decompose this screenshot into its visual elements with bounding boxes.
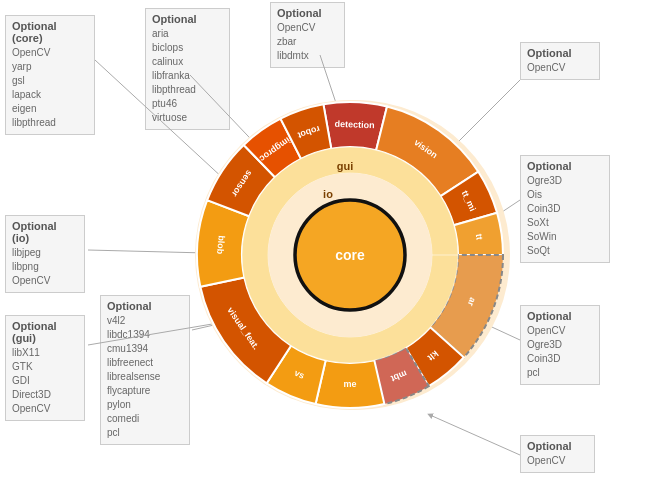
optional-sensor-items: v4l2libdc1394cmu1394libfreenectlibrealse… xyxy=(107,314,183,440)
optional-tt-box: Optional OpenCV xyxy=(520,42,600,80)
optional-mbt-items: OpenCVOgre3DCoin3Dpcl xyxy=(527,324,593,380)
optional-vs-box: Optional OpenCV xyxy=(520,435,595,473)
optional-io-title: Optional(io) xyxy=(12,220,78,244)
optional-gui-title: Optional(gui) xyxy=(12,320,78,344)
optional-core-box: Optional(core) OpenCVyarpgsllapackeigenl… xyxy=(5,15,95,135)
optional-vs-title: Optional xyxy=(527,440,588,452)
optional-robot-title: Optional xyxy=(152,13,223,25)
optional-mbt-box: Optional OpenCVOgre3DCoin3Dpcl xyxy=(520,305,600,385)
optional-sensor-title: Optional xyxy=(107,300,183,312)
chart-canvas xyxy=(185,65,515,435)
optional-sensor-box: Optional v4l2libdc1394cmu1394libfreenect… xyxy=(100,295,190,445)
optional-tt-title: Optional xyxy=(527,47,593,59)
optional-ar-box: Optional Ogre3DOisCoin3DSoXtSoWinSoQt xyxy=(520,155,610,263)
optional-detection-box: Optional OpenCVzbarlibdmtx xyxy=(270,2,345,68)
optional-detection-items: OpenCVzbarlibdmtx xyxy=(277,21,338,63)
optional-ar-title: Optional xyxy=(527,160,603,172)
optional-io-items: libjpeglibpngOpenCV xyxy=(12,246,78,288)
optional-detection-title: Optional xyxy=(277,7,338,19)
optional-gui-box: Optional(gui) libX11GTKGDIDirect3DOpenCV xyxy=(5,315,85,421)
optional-vs-items: OpenCV xyxy=(527,454,588,468)
optional-io-box: Optional(io) libjpeglibpngOpenCV xyxy=(5,215,85,293)
optional-ar-items: Ogre3DOisCoin3DSoXtSoWinSoQt xyxy=(527,174,603,258)
optional-tt-items: OpenCV xyxy=(527,61,593,75)
optional-core-title: Optional(core) xyxy=(12,20,88,44)
optional-mbt-title: Optional xyxy=(527,310,593,322)
optional-core-items: OpenCVyarpgsllapackeigenlibpthread xyxy=(12,46,88,130)
optional-gui-items: libX11GTKGDIDirect3DOpenCV xyxy=(12,346,78,416)
